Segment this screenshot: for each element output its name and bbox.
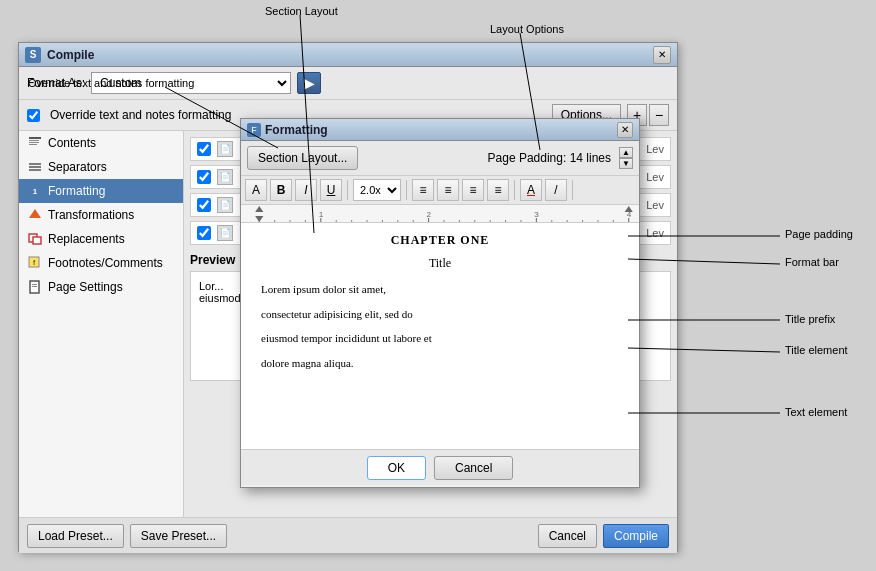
bold-button[interactable]: B xyxy=(270,179,292,201)
svg-rect-1 xyxy=(29,140,39,141)
remove-btn[interactable]: − xyxy=(649,104,669,126)
formatting-dialog-title: Formatting xyxy=(265,123,617,137)
compile-ok-btn[interactable]: Compile xyxy=(603,524,669,548)
sidebar-label-page-settings: Page Settings xyxy=(48,280,123,294)
compile-cancel-btn[interactable]: Cancel xyxy=(538,524,597,548)
sidebar-item-transformations[interactable]: Transformations xyxy=(19,203,183,227)
formatting-dialog-bottom: OK Cancel xyxy=(241,449,639,485)
page-settings-icon xyxy=(27,279,43,295)
section-layout-button[interactable]: Section Layout... xyxy=(247,146,358,170)
align-center-button[interactable]: ≡ xyxy=(437,179,459,201)
level-2-text: Lev xyxy=(646,199,664,211)
format-bar: A B I U 2.0x ≡ ≡ ≡ ≡ A / xyxy=(241,176,639,205)
doc-scroll-container[interactable]: CHAPTER ONE Title Lorem ipsum dolor sit … xyxy=(241,223,639,449)
sidebar-label-footnotes: Footnotes/Comments xyxy=(48,256,163,270)
svg-rect-15 xyxy=(32,284,37,285)
contents-icon xyxy=(27,135,43,151)
svg-rect-2 xyxy=(29,142,39,143)
page-padding-arrows: ▲ ▼ xyxy=(619,147,633,169)
doc-area[interactable]: CHAPTER ONE Title Lorem ipsum dolor sit … xyxy=(241,223,639,449)
compile-close-btn[interactable]: ✕ xyxy=(653,46,671,64)
level-3-checkbox[interactable] xyxy=(197,226,211,240)
doc-para-4: dolore magna aliqua. xyxy=(261,355,619,372)
sidebar-item-replacements[interactable]: Replacements xyxy=(19,227,183,251)
format-as-select[interactable]: Custom xyxy=(91,72,291,94)
sidebar-item-separators[interactable]: Separators xyxy=(19,155,183,179)
align-right-button[interactable]: ≡ xyxy=(462,179,484,201)
compile-icon: S xyxy=(25,47,41,63)
formatting-dialog-content: Section Layout... Page Padding: 14 lines… xyxy=(241,141,639,449)
annotation-format-bar: Format bar xyxy=(785,256,839,268)
formatting-dialog-icon: F xyxy=(247,123,261,137)
sidebar-label-contents: Contents xyxy=(48,136,96,150)
doc-para-1: Lorem ipsum dolor sit amet, xyxy=(261,281,619,298)
underline-button[interactable]: U xyxy=(320,179,342,201)
font-a-button[interactable]: A xyxy=(245,179,267,201)
save-preset-button[interactable]: Save Preset... xyxy=(130,524,227,548)
svg-text:1: 1 xyxy=(319,210,324,219)
footnotes-icon: f xyxy=(27,255,43,271)
level-2-checkbox[interactable] xyxy=(197,198,211,212)
formatting-ok-button[interactable]: OK xyxy=(367,456,426,480)
sidebar: Contents Separators 1 Formatting Transfo… xyxy=(19,131,184,517)
compile-titlebar: S Compile ✕ xyxy=(19,43,677,67)
doc-para-2: consectetur adipisicing elit, sed do xyxy=(261,306,619,323)
font-size-select[interactable]: 2.0x xyxy=(353,179,401,201)
sidebar-label-transformations: Transformations xyxy=(48,208,134,222)
page-padding-label: Page Padding: 14 lines xyxy=(366,151,611,165)
fmt-sep-3 xyxy=(514,180,515,200)
transformations-icon xyxy=(27,207,43,223)
doc-title: Title xyxy=(261,256,619,271)
fmt-sep-4 xyxy=(572,180,573,200)
level-3-icon: 📄 xyxy=(217,225,233,241)
replacements-icon xyxy=(27,231,43,247)
align-left-button[interactable]: ≡ xyxy=(412,179,434,201)
format-as-action-btn[interactable]: ▶ xyxy=(297,72,321,94)
svg-text:1: 1 xyxy=(33,187,38,196)
page-padding-text: Page Padding: 14 lines xyxy=(488,151,611,165)
formatting-dialog-titlebar: F Formatting ✕ xyxy=(241,119,639,141)
annotation-title-element: Title element xyxy=(785,344,848,356)
svg-marker-47 xyxy=(255,216,263,222)
svg-rect-11 xyxy=(33,237,41,244)
sidebar-item-page-settings[interactable]: Page Settings xyxy=(19,275,183,299)
svg-text:3: 3 xyxy=(534,210,539,219)
svg-rect-16 xyxy=(32,286,37,287)
annotation-page-padding: Page padding xyxy=(785,228,853,240)
sidebar-label-replacements: Replacements xyxy=(48,232,125,246)
level-2-icon: 📄 xyxy=(217,197,233,213)
formatting-dialog-close-btn[interactable]: ✕ xyxy=(617,122,633,138)
font-color-button[interactable]: A xyxy=(520,179,542,201)
svg-marker-46 xyxy=(255,206,263,212)
page-padding-down[interactable]: ▼ xyxy=(619,158,633,169)
format-as-row: Format As: Custom ▶ xyxy=(19,67,677,100)
annotation-layout-options: Layout Options xyxy=(490,23,564,35)
format-as-label: Format As: xyxy=(27,76,85,90)
svg-rect-3 xyxy=(29,144,37,145)
level-1-checkbox[interactable] xyxy=(197,170,211,184)
highlight-button[interactable]: / xyxy=(545,179,567,201)
level-0-text: Lev xyxy=(646,143,664,155)
align-justify-button[interactable]: ≡ xyxy=(487,179,509,201)
fmt-sep-1 xyxy=(347,180,348,200)
level-1-text: Lev xyxy=(646,171,664,183)
page-padding-up[interactable]: ▲ xyxy=(619,147,633,158)
sidebar-item-contents[interactable]: Contents xyxy=(19,131,183,155)
level-0-checkbox[interactable] xyxy=(197,142,211,156)
compile-bottom-bar: Load Preset... Save Preset... Cancel Com… xyxy=(19,517,677,553)
sidebar-label-separators: Separators xyxy=(48,160,107,174)
doc-chapter: CHAPTER ONE xyxy=(261,233,619,248)
sidebar-item-footnotes[interactable]: f Footnotes/Comments xyxy=(19,251,183,275)
sidebar-item-formatting[interactable]: 1 Formatting xyxy=(19,179,183,203)
formatting-icon: 1 xyxy=(27,183,43,199)
formatting-dialog: F Formatting ✕ Section Layout... Page Pa… xyxy=(240,118,640,488)
ruler: 1 2 3 xyxy=(241,205,639,223)
formatting-cancel-button[interactable]: Cancel xyxy=(434,456,513,480)
italic-button[interactable]: I xyxy=(295,179,317,201)
override-checkbox[interactable] xyxy=(27,109,40,122)
level-1-icon: 📄 xyxy=(217,169,233,185)
section-layout-row: Section Layout... Page Padding: 14 lines… xyxy=(241,141,639,176)
level-0-icon: 📄 xyxy=(217,141,233,157)
load-preset-button[interactable]: Load Preset... xyxy=(27,524,124,548)
doc-para-3: eiusmod tempor incididunt ut labore et xyxy=(261,330,619,347)
